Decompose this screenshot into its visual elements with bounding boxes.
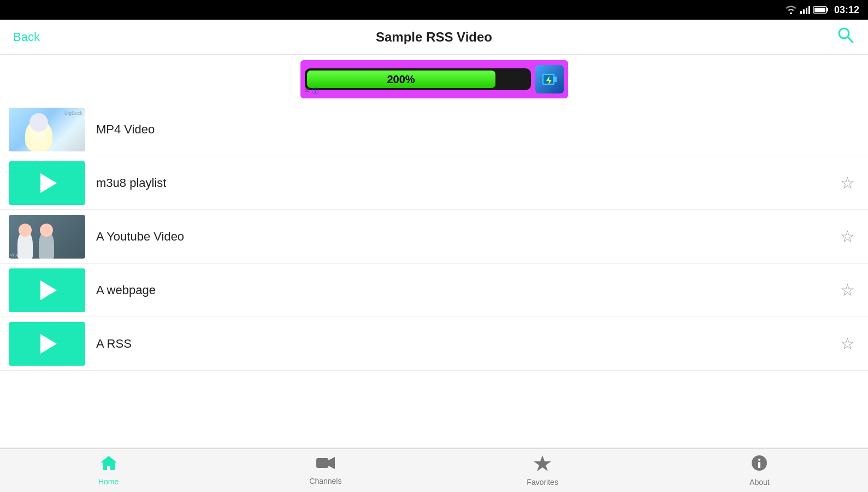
top-bar: Back Sample RSS Video	[0, 20, 868, 55]
nav-label-channels: Channels	[309, 477, 341, 485]
ad-close-button[interactable]: ✕	[304, 86, 310, 96]
svg-rect-14	[316, 458, 328, 468]
ad-battery-text: 200%	[387, 73, 415, 86]
svg-rect-19	[758, 462, 760, 468]
ad-battery-bar: 200%	[305, 68, 531, 90]
svg-rect-1	[803, 9, 805, 14]
page-title: Sample RSS Video	[376, 30, 492, 45]
about-icon	[751, 454, 768, 476]
nav-label-home: Home	[98, 477, 119, 486]
favorites-icon	[533, 454, 552, 476]
nav-item-favorites[interactable]: Favorites	[434, 454, 651, 487]
nav-item-home[interactable]: Home	[0, 455, 217, 486]
item-label-3: A Youtube Video	[96, 230, 835, 244]
battery-icon	[813, 5, 829, 14]
item-label-2: m3u8 playlist	[96, 176, 835, 190]
item-thumbnail-1: BigBuck	[9, 108, 85, 151]
play-icon	[40, 334, 57, 354]
svg-rect-0	[800, 11, 802, 14]
svg-marker-13	[101, 456, 117, 470]
status-time: 03:12	[834, 4, 859, 16]
svg-marker-15	[328, 457, 335, 469]
home-icon	[100, 455, 117, 475]
list-item[interactable]: BigBuck MP4 Video	[0, 103, 868, 156]
list-item[interactable]: m3u8 playlist ☆	[0, 156, 868, 210]
svg-rect-2	[806, 8, 807, 14]
list-item[interactable]: VEVO A Youtube Video ☆	[0, 210, 868, 263]
search-button[interactable]	[836, 26, 855, 48]
back-button[interactable]: Back	[13, 30, 40, 44]
item-label-4: A webpage	[96, 283, 835, 297]
item-thumbnail-5	[9, 322, 85, 366]
nav-item-about[interactable]: About	[651, 454, 868, 487]
svg-point-18	[758, 459, 760, 461]
favorite-star-4[interactable]: ☆	[840, 280, 855, 300]
play-icon	[40, 280, 57, 300]
favorite-star-5[interactable]: ☆	[840, 334, 855, 353]
status-icons	[785, 5, 829, 14]
item-thumbnail-3: VEVO	[9, 215, 85, 259]
svg-rect-10	[554, 77, 557, 82]
svg-rect-6	[814, 8, 825, 12]
item-thumbnail-4	[9, 268, 85, 312]
item-label-5: A RSS	[96, 337, 835, 351]
favorite-star-2[interactable]: ☆	[840, 173, 855, 192]
signal-icon	[800, 5, 810, 14]
list-item[interactable]: A RSS ☆	[0, 317, 868, 371]
nav-label-about: About	[749, 478, 770, 487]
nav-label-favorites: Favorites	[527, 478, 558, 487]
video-list: BigBuck MP4 Video m3u8 playlist ☆ VEVO A…	[0, 103, 868, 447]
list-item[interactable]: A webpage ☆	[0, 263, 868, 317]
item-thumbnail-2	[9, 161, 85, 205]
wifi-icon	[785, 5, 797, 14]
svg-rect-3	[808, 6, 810, 14]
svg-marker-16	[534, 455, 551, 471]
ad-inner[interactable]: 200% ✕ ⓘ	[300, 60, 568, 98]
bottom-nav: Home Channels Favorites	[0, 448, 868, 492]
item-label-1: MP4 Video	[96, 122, 855, 137]
play-icon	[40, 173, 57, 193]
svg-rect-5	[826, 8, 828, 11]
channels-icon	[316, 455, 335, 475]
status-bar: 03:12	[0, 0, 868, 20]
svg-line-8	[848, 37, 853, 42]
ad-banner: 200% ✕ ⓘ	[0, 55, 868, 103]
ad-battery-image	[535, 65, 564, 93]
nav-item-channels[interactable]: Channels	[217, 455, 434, 485]
favorite-star-3[interactable]: ☆	[840, 227, 855, 246]
ad-info-button[interactable]: ⓘ	[312, 86, 319, 96]
ad-close-controls: ✕ ⓘ	[304, 86, 319, 96]
